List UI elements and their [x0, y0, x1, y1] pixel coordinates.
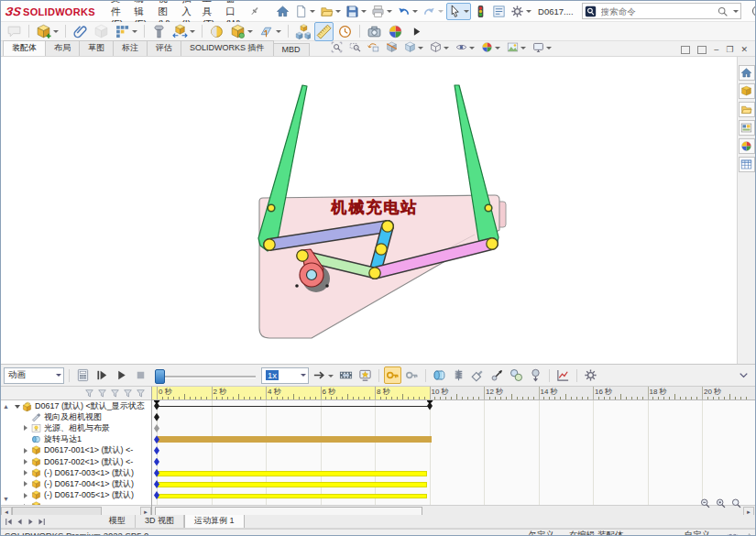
motor-button[interactable]	[431, 366, 448, 384]
take-snapshot-button[interactable]	[365, 22, 384, 41]
doc-minimize-button[interactable]: –	[714, 46, 718, 54]
slider-thumb[interactable]	[155, 369, 165, 384]
view-orientation-button[interactable]	[402, 39, 425, 55]
search-icon[interactable]	[717, 5, 729, 17]
tree-scroll-left-icon[interactable]: ◄	[1, 507, 12, 515]
tree-row-6[interactable]: (-) D0617-003<1> (默认)	[1, 467, 151, 478]
display-style-button[interactable]	[428, 39, 451, 55]
custom-properties-tab[interactable]	[739, 157, 755, 172]
dropdown-caret-icon[interactable]	[546, 47, 552, 52]
assembly-model[interactable]: 机械充电站	[1, 57, 738, 363]
study-type-combo[interactable]: 动画	[4, 367, 64, 384]
play-button[interactable]	[113, 366, 130, 384]
timeline-position-slider[interactable]	[155, 368, 256, 383]
view-palette-tab[interactable]	[739, 120, 755, 136]
results-plots-button[interactable]	[554, 366, 572, 384]
tab-SOLIDWORKS 插件[interactable]: SOLIDWORKS 插件	[181, 40, 274, 56]
expander-closed-icon[interactable]	[23, 425, 29, 431]
doc-close-button[interactable]: ✕	[740, 46, 748, 54]
filter-none-button[interactable]	[84, 388, 94, 399]
timeline-scrollbar-thumb[interactable]	[155, 507, 422, 515]
tree-row-4[interactable]: D0617-001<1> (默认) <-	[1, 445, 151, 456]
open-button[interactable]	[318, 3, 343, 20]
stop-button[interactable]	[132, 366, 149, 384]
zoom-area-button[interactable]	[347, 39, 363, 55]
first-tab-button[interactable]	[4, 517, 14, 527]
new-document-button[interactable]	[292, 3, 317, 20]
timeline-zoom-fit-icon[interactable]	[715, 498, 727, 509]
animation-duration-line[interactable]	[157, 406, 430, 407]
timeline-scroll-right-icon[interactable]: ►	[743, 507, 754, 515]
dropdown-caret-icon[interactable]	[444, 47, 449, 52]
study-properties-button[interactable]	[582, 366, 599, 384]
display-manager-button[interactable]	[490, 3, 508, 20]
doc-restore-button[interactable]: ❐	[726, 46, 733, 54]
component-change-bar[interactable]	[157, 482, 427, 487]
gravity-button[interactable]	[527, 366, 544, 384]
search-input[interactable]	[599, 5, 714, 17]
spring-button[interactable]	[450, 366, 467, 384]
tab-标注[interactable]: 标注	[113, 40, 148, 56]
tree-horizontal-scrollbar[interactable]: ◄ ►	[1, 505, 151, 515]
filter-driving-button[interactable]	[110, 388, 120, 399]
calculate-button[interactable]	[74, 366, 92, 384]
dropdown-caret-icon[interactable]	[412, 10, 418, 16]
ghost-component-button[interactable]	[92, 22, 111, 41]
tab-评估[interactable]: 评估	[147, 40, 181, 56]
edit-appearance-button[interactable]	[479, 39, 502, 55]
graphics-area[interactable]: 机械充电站	[1, 57, 755, 365]
expander-open-icon[interactable]	[14, 401, 20, 411]
dropdown-caret-icon[interactable]	[190, 30, 195, 36]
expander-closed-icon[interactable]	[23, 493, 29, 498]
dropdown-caret-icon[interactable]	[310, 10, 315, 16]
keypoint-blue[interactable]	[154, 458, 159, 466]
collapse-motionmanager-button[interactable]	[735, 366, 752, 384]
last-tab-button[interactable]	[37, 517, 47, 527]
dropdown-caret-icon[interactable]	[387, 10, 392, 16]
redo-button[interactable]	[421, 3, 445, 20]
filter-results-button[interactable]	[136, 388, 146, 399]
dropdown-caret-icon[interactable]	[520, 47, 526, 52]
doc-tab-运动算例 1[interactable]: 运动算例 1	[184, 513, 245, 528]
previous-tab-button[interactable]	[15, 517, 25, 527]
dropdown-caret-icon[interactable]	[495, 47, 500, 52]
dropdown-caret-icon[interactable]	[335, 10, 341, 16]
section-view-button[interactable]	[384, 39, 400, 55]
dropdown-caret-icon[interactable]	[418, 47, 423, 52]
search-options-caret-icon[interactable]	[733, 10, 739, 16]
exploded-view-button[interactable]	[293, 22, 312, 41]
tree-row-5[interactable]: D0617-002<1> (默认) <-	[1, 456, 151, 467]
performance-evaluation-button[interactable]	[472, 3, 489, 20]
play-from-start-button[interactable]	[93, 366, 111, 384]
smart-fasteners-button[interactable]	[149, 22, 169, 41]
expander-closed-icon[interactable]	[23, 459, 29, 465]
dropdown-caret-icon[interactable]	[438, 10, 444, 16]
tree-row-8[interactable]: (-) D0617-005<1> (默认)	[1, 490, 151, 501]
reference-geometry-button[interactable]	[257, 22, 283, 41]
contact-button[interactable]	[508, 366, 525, 384]
timeline-ruler[interactable]: 0 秒2 秒4 秒6 秒8 秒10 秒12 秒14 秒16 秒18 秒20 秒	[152, 387, 755, 400]
mate-button[interactable]	[71, 22, 90, 41]
add-key-button[interactable]	[403, 366, 421, 384]
keypoint-blue[interactable]	[154, 446, 159, 454]
dropdown-caret-icon[interactable]	[247, 30, 253, 36]
tree-scrollbar-thumb[interactable]	[12, 507, 102, 515]
previous-view-button[interactable]	[366, 39, 381, 55]
tree-row-1[interactable]: 视向及相机视图	[1, 411, 151, 422]
asset-publisher-button[interactable]	[386, 22, 405, 41]
tree-row-7[interactable]: (-) D0617-004<1> (默认)	[1, 478, 151, 489]
next-tab-button[interactable]	[26, 517, 36, 527]
slider-track[interactable]	[155, 376, 256, 378]
keypoint-grey[interactable]	[154, 424, 159, 432]
doc-next-window-icon[interactable]	[697, 46, 707, 54]
force-button[interactable]	[488, 366, 506, 384]
user-account-icon[interactable]	[751, 5, 756, 17]
tab-布局[interactable]: 布局	[45, 40, 80, 56]
dropdown-caret-icon[interactable]	[276, 30, 281, 36]
animation-wizard-button[interactable]	[356, 366, 374, 384]
timeline-zoom-out-icon[interactable]	[699, 498, 711, 509]
hide-show-items-button[interactable]	[454, 39, 477, 55]
dropdown-caret-icon[interactable]	[361, 10, 367, 16]
home-button[interactable]	[274, 3, 291, 20]
dropdown-caret-icon[interactable]	[53, 30, 59, 36]
